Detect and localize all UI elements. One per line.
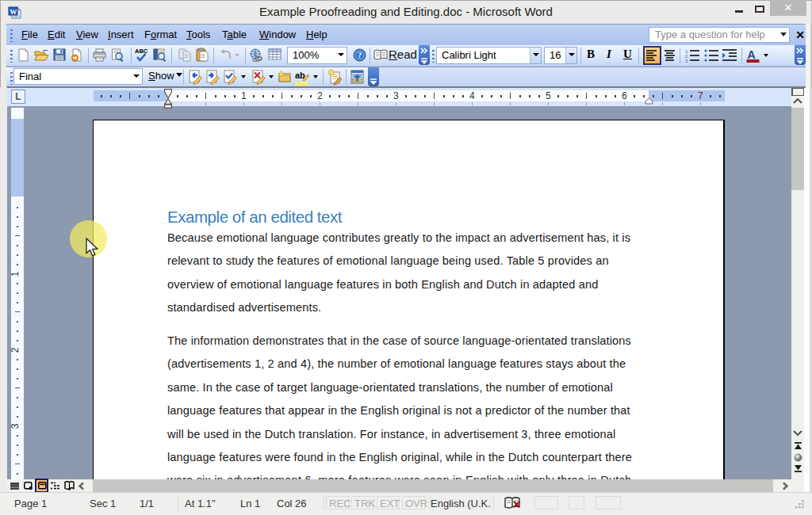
- svg-text:W: W: [10, 8, 17, 16]
- svg-text:3: 3: [685, 59, 688, 63]
- svg-text:A: A: [748, 48, 756, 61]
- svg-text:ABC: ABC: [135, 48, 148, 55]
- svg-text:?: ?: [358, 51, 362, 59]
